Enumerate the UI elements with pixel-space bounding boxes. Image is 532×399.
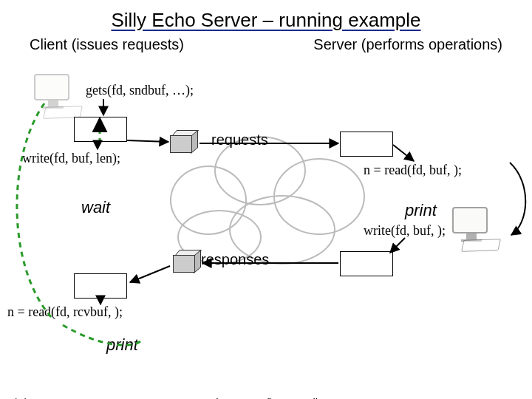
footer-right: Lec 4.42 <box>479 396 522 399</box>
client-computer-icon <box>34 74 72 106</box>
footer-center: Joseph CS 162 ©UCB Fall 2016 <box>0 396 532 399</box>
code-read-client: n = read(fd, rcvbuf, ); <box>7 304 123 320</box>
server-out-box <box>340 251 393 276</box>
code-write: write(fd, buf, len); <box>22 151 120 166</box>
request-packet-icon <box>170 130 195 152</box>
server-computer-icon <box>452 207 491 239</box>
code-gets: gets(fd, sndbuf, …); <box>86 83 194 98</box>
client-in-box <box>74 117 127 142</box>
responses-label: responses <box>201 251 269 268</box>
client-out-box <box>74 273 127 299</box>
code-write-server: write(fd, buf, ); <box>364 223 446 239</box>
server-keyboard-icon <box>461 239 501 252</box>
slide-title: Silly Echo Server – running example <box>0 9 532 32</box>
client-role: Client (issues requests) <box>30 36 184 53</box>
server-role: Server (performs operations) <box>313 36 502 53</box>
print-server-label: print <box>405 201 437 220</box>
response-packet-icon <box>173 250 198 272</box>
server-in-box <box>340 132 393 157</box>
print-client-label: print <box>106 335 138 355</box>
wait-label: wait <box>81 198 110 217</box>
requests-label: requests <box>211 132 268 149</box>
role-row: Client (issues requests) Server (perform… <box>0 32 532 53</box>
code-read-server: n = read(fd, buf, ); <box>364 163 462 178</box>
